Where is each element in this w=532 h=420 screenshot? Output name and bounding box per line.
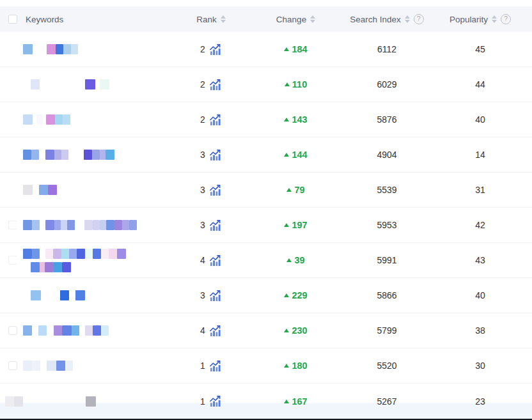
rank-value: 3 <box>200 150 205 160</box>
keyword-pixel-block <box>31 290 41 300</box>
row-checkbox[interactable] <box>8 326 17 335</box>
row-checkbox-cell <box>0 221 23 229</box>
table-row[interactable]: 3 144 4904 14 <box>0 137 532 173</box>
help-icon[interactable]: ? <box>414 14 424 24</box>
search-index-value: 6112 <box>345 44 428 54</box>
trend-chart-icon[interactable] <box>209 254 222 267</box>
popularity-column-label: Popularity <box>450 15 488 24</box>
table-row[interactable]: 3 229 5866 40 <box>0 278 532 313</box>
keyword-pixel-block <box>65 361 73 371</box>
row-checkbox[interactable] <box>8 221 17 229</box>
keyword-pixel-block <box>54 220 61 230</box>
up-arrow-icon <box>284 293 289 297</box>
trend-chart-icon[interactable] <box>209 43 222 56</box>
keyword-pixel-block <box>23 325 32 336</box>
rank-value: 1 <box>200 361 205 371</box>
rank-cell: 3 <box>176 219 246 231</box>
row-checkbox-cell <box>0 256 23 265</box>
table-row[interactable]: 3 197 5953 42 <box>0 208 532 243</box>
keyword-pixel-block <box>32 249 40 259</box>
keyword-pixel-block <box>38 325 47 336</box>
sort-icon[interactable] <box>492 15 497 23</box>
column-header-search-index[interactable]: Search Index ? <box>345 14 428 24</box>
table-row[interactable]: 1 167 5267 23 <box>0 384 532 419</box>
column-header-rank[interactable]: Rank <box>176 15 246 24</box>
keyword-cell <box>23 79 176 89</box>
table-row[interactable]: 2 110 6029 44 <box>0 67 532 102</box>
trend-chart-icon[interactable] <box>209 290 222 302</box>
table-row[interactable]: 2 184 6112 45 <box>0 32 532 67</box>
search-index-value: 4904 <box>345 150 428 160</box>
search-index-value: 5520 <box>345 361 428 371</box>
select-all-cell <box>0 15 23 24</box>
up-arrow-icon <box>284 329 289 332</box>
keyword-pixel-block <box>67 220 75 230</box>
search-index-value: 5866 <box>345 290 428 300</box>
row-checkbox[interactable] <box>8 256 17 265</box>
trend-chart-icon[interactable] <box>209 360 222 372</box>
keyword-pixel-block <box>62 325 72 336</box>
change-value: 167 <box>292 396 307 407</box>
row-checkbox-cell <box>0 361 23 370</box>
row-checkbox[interactable] <box>8 361 17 370</box>
up-arrow-icon <box>284 400 289 403</box>
change-cell: 143 <box>246 114 345 125</box>
keyword-pixel-block <box>45 220 54 230</box>
search-index-value: 5991 <box>345 255 428 265</box>
keyword-pixel-block <box>100 220 106 230</box>
change-cell: 144 <box>246 150 345 160</box>
change-cell: 184 <box>246 44 345 54</box>
keyword-pixel-block <box>122 220 129 230</box>
table-header: Keywords Rank Change Search Index ? Popu… <box>0 6 532 32</box>
keyword-pixel-block <box>93 249 101 259</box>
change-value: 180 <box>292 361 307 371</box>
table-row[interactable]: 2 143 5876 40 <box>0 102 532 137</box>
keyword-pixel-block <box>60 290 69 300</box>
keyword-cell <box>23 361 176 371</box>
help-icon[interactable]: ? <box>501 14 511 24</box>
keyword-pixel-block <box>86 396 96 407</box>
keyword-pixel-block <box>71 44 78 54</box>
change-value: 143 <box>292 114 307 125</box>
select-all-checkbox[interactable] <box>8 15 17 24</box>
keyword-pixel-block <box>72 325 79 336</box>
keyword-pixel-block <box>54 325 62 336</box>
keyword-pixel-block <box>109 249 117 259</box>
trend-chart-icon[interactable] <box>209 149 222 161</box>
keyword-pixel-block <box>117 249 126 259</box>
table-row[interactable]: 3 79 5539 31 <box>0 173 532 208</box>
keyword-pixelated <box>23 114 70 125</box>
trend-chart-icon[interactable] <box>209 184 222 196</box>
keyword-pixelated <box>23 249 126 272</box>
trend-chart-icon[interactable] <box>209 79 222 91</box>
keyword-pixel-block <box>100 150 106 160</box>
trend-chart-icon[interactable] <box>209 395 222 407</box>
keyword-pixel-block <box>23 150 31 160</box>
keyword-cell <box>23 114 176 125</box>
up-arrow-icon <box>284 223 289 227</box>
rank-value: 4 <box>200 325 205 336</box>
popularity-value: 43 <box>428 255 532 265</box>
up-arrow-icon <box>284 47 289 51</box>
rank-value: 3 <box>200 185 205 195</box>
keyword-pixelated <box>23 185 57 195</box>
trend-chart-icon[interactable] <box>209 325 222 337</box>
change-value: 184 <box>292 44 307 54</box>
trend-chart-icon[interactable] <box>209 219 222 231</box>
sort-icon[interactable] <box>310 15 315 23</box>
keyword-pixel-block <box>129 220 137 230</box>
sort-icon[interactable] <box>405 15 410 23</box>
rank-value: 4 <box>200 255 205 265</box>
trend-chart-icon[interactable] <box>209 114 222 126</box>
table-row[interactable]: 1 180 5520 30 <box>0 348 532 384</box>
column-header-popularity[interactable]: Popularity ? <box>428 14 532 24</box>
row-checkbox-cell <box>0 150 23 159</box>
change-column-label: Change <box>276 15 306 24</box>
sort-icon[interactable] <box>221 15 226 23</box>
rank-value: 3 <box>200 220 205 230</box>
row-checkbox-cell <box>0 291 23 300</box>
column-header-change[interactable]: Change <box>246 15 345 24</box>
table-row[interactable]: 4 230 5799 38 <box>0 313 532 348</box>
rank-cell: 2 <box>176 114 246 126</box>
table-row[interactable]: 4 39 5991 43 <box>0 243 532 278</box>
